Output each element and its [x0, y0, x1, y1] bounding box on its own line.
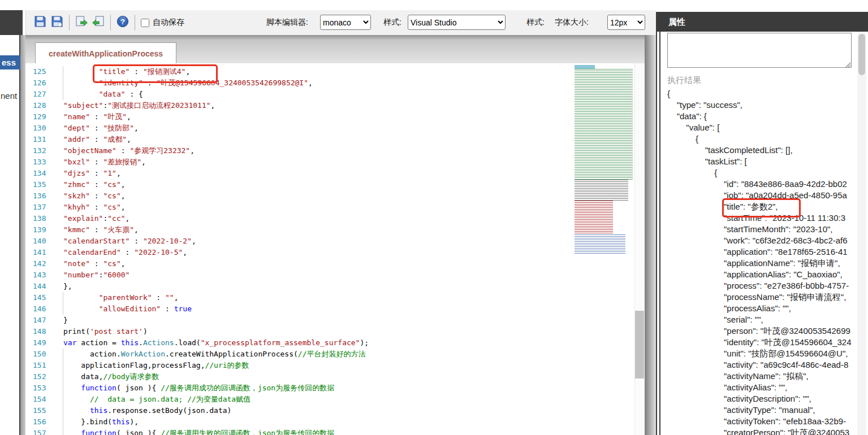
- result-line: "activityType": "manual",: [667, 404, 852, 416]
- panel-border-line: [656, 12, 657, 435]
- code-line[interactable]: 141"calendarEnd" : "2022-10-5",: [33, 247, 369, 258]
- code-line[interactable]: 131"addr" : "成都",: [33, 134, 369, 145]
- result-line: "id": "8843e886-8aa9-42d2-bb02: [667, 179, 852, 190]
- result-line: "person": "叶茂@3240053542699: [667, 325, 852, 337]
- code-line[interactable]: 128"subject":"测试接口启动流程20231011",: [33, 100, 369, 111]
- code-line[interactable]: 144},: [33, 281, 369, 292]
- background-window-corner: [0, 10, 23, 35]
- style-label: 样式:: [383, 18, 401, 28]
- code-line[interactable]: 151 applicationFlag,processFlag,//uri的参数: [33, 360, 369, 371]
- script-editor-select[interactable]: monaco: [320, 15, 371, 30]
- code-line[interactable]: 145 "parentWork" : "",: [33, 292, 369, 303]
- code-line[interactable]: 138"explain":"cc",: [33, 213, 369, 224]
- code-line[interactable]: 142"note" : "cs",: [33, 258, 369, 269]
- line-number: 131: [33, 134, 63, 145]
- line-number: 154: [33, 394, 63, 405]
- result-line: "startTime": "2023-10-11 11:30:3: [667, 212, 852, 224]
- background-tree-panel: ess nent: [0, 35, 20, 435]
- code-line[interactable]: 148print('post start'): [33, 326, 369, 337]
- code-line[interactable]: 143"number":"6000": [33, 269, 369, 281]
- result-line: {: [667, 167, 852, 179]
- style-select[interactable]: Visual Studio: [408, 15, 506, 30]
- line-number: 137: [33, 202, 63, 213]
- result-line: "taskList": [: [667, 156, 852, 167]
- code-line[interactable]: 135"zhmc" : "cs",: [33, 179, 369, 190]
- line-number: 152: [33, 371, 63, 382]
- code-line[interactable]: 154 // data = json.data; //为变量data赋值: [33, 394, 369, 405]
- result-line: {: [667, 88, 852, 99]
- line-number: 135: [33, 179, 63, 190]
- result-line: "activityToken": "efeb18aa-32b9-: [667, 416, 852, 427]
- tab-createWithApplicationProcess[interactable]: createWithApplicationProcess: [35, 42, 176, 64]
- code-line[interactable]: 133"bxzl" : "差旅报销",: [33, 156, 369, 168]
- line-number: 143: [33, 269, 63, 281]
- panel-scrollbar-thumb[interactable]: [858, 34, 865, 75]
- result-line: "process": "e27e386f-b0bb-4757-: [667, 280, 852, 292]
- line-number: 130: [33, 123, 63, 134]
- code-line[interactable]: 126 "identity" : "叶茂@154596604_324005354…: [33, 77, 369, 89]
- background-tree-item-selected[interactable]: ess: [0, 55, 21, 69]
- result-line: "processName": "报销申请流程",: [667, 292, 852, 303]
- result-line: "processAlias": "",: [667, 303, 852, 314]
- line-number: 136: [33, 190, 63, 202]
- result-line: "activityAlias": "",: [667, 382, 852, 393]
- line-number: 134: [33, 168, 63, 179]
- line-number: 142: [33, 258, 63, 269]
- code-line[interactable]: 157 function( json ){ //服务调用失败的回调函数，json…: [33, 428, 369, 435]
- result-line: "activity": "a69c9c4f-486c-4ead-8: [667, 359, 852, 371]
- line-number: 126: [33, 77, 63, 89]
- result-line: "serial": "",: [667, 314, 852, 325]
- code-line[interactable]: 140"calendarStart" : "2022-10-2",: [33, 236, 369, 247]
- minimap[interactable]: [573, 65, 634, 256]
- properties-textarea[interactable]: [667, 33, 852, 68]
- code-lines: 125 "title" : "报销测试4",126 "identity" : "…: [33, 66, 369, 435]
- result-line: "startTimeMonth": "2023-10",: [667, 224, 852, 235]
- fontsize-select[interactable]: 12px: [607, 15, 645, 30]
- editor-scrollbar-track[interactable]: [634, 63, 645, 435]
- code-line[interactable]: 152 data,//body请求参数: [33, 371, 369, 382]
- minimap-band-strings: [575, 201, 613, 234]
- result-line: "activityName": "拟稿",: [667, 371, 852, 382]
- toolbar-settings-group: 脚本编辑器: monaco 样式: Visual Studio 样式: 字体大小…: [26, 10, 657, 35]
- code-line[interactable]: 146 "allowEdition" : true: [33, 303, 369, 315]
- code-line[interactable]: 137"khyh" : "cs",: [33, 202, 369, 213]
- code-line[interactable]: 132"objectName" : "参观学习23232",: [33, 145, 369, 156]
- code-line[interactable]: 153 function( json ){ //服务调用成功的回调函数，json…: [33, 382, 369, 394]
- result-line: "work": "c6f3e2d2-68c3-4bc2-af6: [667, 235, 852, 246]
- result-line: "type": "success",: [667, 99, 852, 111]
- code-editor[interactable]: 125 "title" : "报销测试4",126 "identity" : "…: [25, 63, 645, 435]
- line-number: 147: [33, 315, 63, 326]
- code-line[interactable]: 129"name" : "叶茂",: [33, 111, 369, 123]
- code-line[interactable]: 155 this.response.setBody(json.data): [33, 405, 369, 416]
- line-number: 145: [33, 292, 63, 303]
- result-line: "value": [: [667, 122, 852, 133]
- code-line[interactable]: 150 action.WorkAction.createWithApplicat…: [33, 349, 369, 360]
- right-splitter-shadow[interactable]: [645, 35, 656, 435]
- minimap-band-comments: [575, 69, 633, 180]
- code-line[interactable]: 125 "title" : "报销测试4",: [33, 66, 369, 77]
- result-line: "job": "a0a204dd-a5ed-4850-95a: [667, 190, 852, 201]
- line-number: 156: [33, 416, 63, 428]
- result-line: "title": "参数2",: [667, 201, 852, 212]
- code-line[interactable]: 127 "data" : {: [33, 89, 369, 100]
- code-line[interactable]: 134"djzs" : "1",: [33, 168, 369, 179]
- script-editor-label: 脚本编辑器:: [266, 18, 308, 28]
- code-line[interactable]: 136"skzh" : "cs",: [33, 190, 369, 202]
- code-line[interactable]: 139"kmmc" : "火车票",: [33, 224, 369, 236]
- code-line[interactable]: 147}: [33, 315, 369, 326]
- code-line[interactable]: 130"dept" : "技防部",: [33, 123, 369, 134]
- background-tree-item: nent: [1, 91, 17, 101]
- code-line[interactable]: 156 }.bind(this),: [33, 416, 369, 428]
- line-number: 157: [33, 428, 63, 435]
- result-line: "unit": "技防部@154596604@U",: [667, 348, 852, 359]
- editor-scrollbar-thumb[interactable]: [635, 311, 644, 379]
- line-number: 129: [33, 111, 63, 123]
- toolbar: ? 自动保存 脚本编辑器: monaco 样式: Visual Studio 样…: [25, 10, 657, 35]
- panel-scrollbar-track[interactable]: [857, 32, 866, 435]
- minimap-band-functions: [575, 234, 625, 255]
- code-line[interactable]: 149var action = this.Actions.load("x_pro…: [33, 337, 369, 349]
- minimap-band-code: [575, 180, 628, 201]
- line-number: 133: [33, 156, 63, 168]
- result-line: "activityDescription": "",: [667, 393, 852, 404]
- tab-title: createWithApplicationProcess: [49, 49, 163, 58]
